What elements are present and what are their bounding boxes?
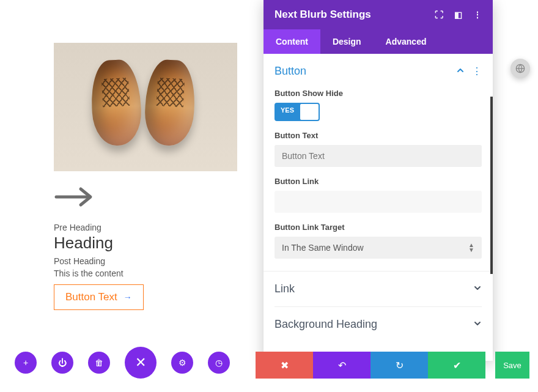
chevron-down-icon xyxy=(473,284,482,295)
undo-button[interactable]: ↶ xyxy=(313,352,370,379)
heading-text: Heading xyxy=(54,234,237,253)
post-heading-text: Post Heading xyxy=(54,256,237,266)
label-button-show-hide: Button Show Hide xyxy=(275,89,482,98)
arrow-right-icon xyxy=(54,186,237,210)
power-icon[interactable]: ⏻ xyxy=(51,352,73,374)
label-button-link-target: Button Link Target xyxy=(275,223,482,232)
settings-tabs: Content Design Advanced xyxy=(263,29,493,54)
tab-advanced[interactable]: Advanced xyxy=(374,29,439,54)
builder-toolbar: + ⏻ 🗑 ✕ ⚙ ◷ xyxy=(15,347,230,379)
preview-image xyxy=(54,43,237,171)
sort-arrows-icon: ▲▼ xyxy=(468,243,474,253)
arrow-right-small-icon: → xyxy=(123,292,132,302)
close-builder-button[interactable]: ✕ xyxy=(125,347,157,379)
tab-content[interactable]: Content xyxy=(263,29,320,54)
toggle-knob xyxy=(300,104,319,120)
label-button-text: Button Text xyxy=(275,131,482,140)
section-kebab-icon[interactable]: ⋮ xyxy=(472,65,482,77)
kebab-menu-icon[interactable]: ⋮ xyxy=(473,10,482,20)
preview-button-label: Button Text xyxy=(65,291,117,303)
trash-icon[interactable]: 🗑 xyxy=(88,352,110,374)
tab-design[interactable]: Design xyxy=(320,29,374,54)
section-link-header[interactable]: Link xyxy=(275,272,482,307)
redo-button[interactable]: ↻ xyxy=(370,352,428,379)
select-button-link-target[interactable]: In The Same Window ▲▼ xyxy=(275,237,482,259)
section-bg-heading-title: Background Heading xyxy=(275,318,377,331)
confirm-button[interactable]: ✔ xyxy=(428,352,485,379)
scrollbar[interactable] xyxy=(490,97,493,274)
panel-body: Button ⋮ Button Show Hide YES Button Tex… xyxy=(263,54,493,361)
cancel-button[interactable]: ✖ xyxy=(256,352,313,379)
module-preview: Pre Heading Heading Post Heading This is… xyxy=(54,43,237,310)
toggle-state-label: YES xyxy=(275,103,300,121)
snap-icon[interactable]: ◧ xyxy=(454,10,462,20)
preview-button[interactable]: Button Text → xyxy=(54,284,144,310)
settings-panel: Next Blurb Settings ⛶ ◧ ⋮ Content Design… xyxy=(263,0,493,361)
add-button[interactable]: + xyxy=(15,352,37,374)
content-text: This is the content xyxy=(54,268,237,278)
panel-title: Next Blurb Settings xyxy=(275,9,371,21)
input-button-link[interactable] xyxy=(275,191,482,213)
chevron-up-icon xyxy=(456,66,465,77)
expand-icon[interactable]: ⛶ xyxy=(435,10,443,20)
label-button-link: Button Link xyxy=(275,177,482,186)
save-label: Save xyxy=(503,361,521,370)
select-target-value: In The Same Window xyxy=(282,243,364,253)
panel-action-bar: ✖ ↶ ↻ ✔ xyxy=(256,352,485,379)
history-icon[interactable]: ◷ xyxy=(208,352,230,374)
section-button-title: Button xyxy=(275,65,306,78)
input-button-text[interactable] xyxy=(275,145,482,167)
help-icon[interactable] xyxy=(510,59,530,78)
save-button[interactable]: Save xyxy=(495,352,529,379)
panel-header: Next Blurb Settings ⛶ ◧ ⋮ xyxy=(263,0,493,29)
chevron-down-icon xyxy=(473,319,482,330)
section-button-header[interactable]: Button ⋮ xyxy=(275,54,482,79)
pre-heading-text: Pre Heading xyxy=(54,223,237,232)
toggle-button-show-hide[interactable]: YES xyxy=(275,103,320,121)
gear-icon[interactable]: ⚙ xyxy=(171,352,193,374)
section-bg-heading-header[interactable]: Background Heading xyxy=(275,307,482,342)
section-link-title: Link xyxy=(275,283,295,295)
